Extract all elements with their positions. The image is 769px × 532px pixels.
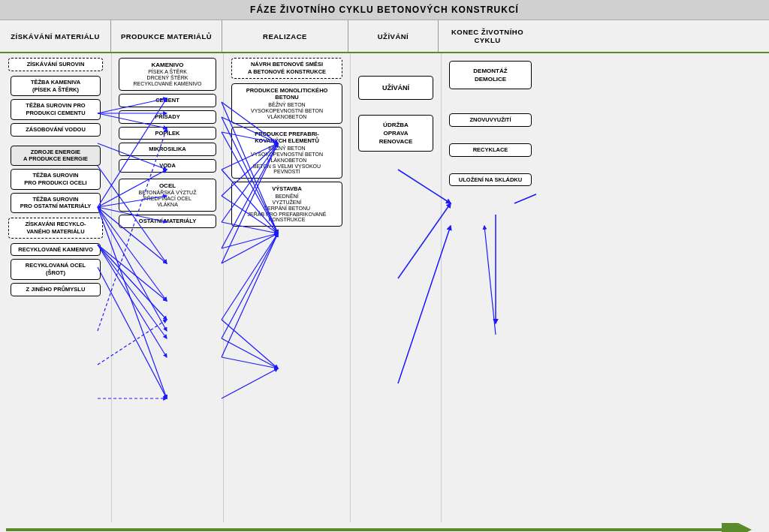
phase-4: UŽÍVÁNÍ <box>348 20 439 52</box>
zasobovani-vodou-box: ZÁSOBOVÁNÍ VODOU <box>11 123 101 137</box>
tezba-surovin-cement-box: TĚŽBA SUROVIN PROPRODUKCI CEMENTU <box>11 99 101 120</box>
produkce-mono-group: PRODUKCE MONOLITICKÉHOBETONU BĚŽNÝ BETON… <box>231 83 342 124</box>
col-uzivani: UŽÍVÁNÍ ÚDRŽBA OPRAVA RENOVACE <box>351 53 441 522</box>
mikrosilika-box: MIKROSILIKA <box>119 143 216 156</box>
ostatni-materialy-box: OSTATNÍ MATERIÁLY <box>119 215 216 228</box>
col-produkce: KAMENIVO PÍSEK A ŠTĚRK DRCENÝ ŠTĚRK RECY… <box>112 53 223 522</box>
udrzba-group: ÚDRŽBA OPRAVA RENOVACE <box>358 115 433 152</box>
ocel-label: OCEL <box>122 182 213 189</box>
phase-header: ZÍSKÁVÁNÍ MATERIÁLU PRODUKCE MATERIÁLŮ R… <box>0 20 769 53</box>
phase-2: PRODUKCE MATERIÁLŮ <box>111 20 222 52</box>
kamenivo-label: KAMENIVO <box>122 62 213 68</box>
phase-5: KONEC ŽIVOTNÍHO CYKLU <box>439 20 536 52</box>
phase-3: REALIZACE <box>222 20 348 52</box>
recyklovane-kamenivo-col1-box: RECYKLOVANÉ KAMENIVO <box>11 243 101 257</box>
col-realizace: NÁVRH BETONOVÉ SMĚSIA BETONOVÉ KONSTRUKC… <box>224 53 350 522</box>
ziskavani-surovin-label: ZÍSKÁVÁNÍ SUROVIN <box>8 58 103 71</box>
z-jineho-prumyslu-box: Z JINÉHO PRŮMYSLU <box>11 283 101 296</box>
col-konec: DEMONTÁŽ DEMOLICE ZNOVUVYUŽITÍ RECYKLACE… <box>442 53 539 522</box>
kamenivo-group: KAMENIVO PÍSEK A ŠTĚRK DRCENÝ ŠTĚRK RECY… <box>119 58 216 91</box>
demontaz-group: DEMONTÁŽ DEMOLICE <box>449 61 532 89</box>
recyklovana-ocel-box: RECYKLOVANÁ OCEL (ŠROT) <box>11 259 101 280</box>
lifecycle-arrow <box>6 523 757 532</box>
produkce-pre-group: PRODUKCE PREFABRI-KOVANÝCH ELEMENTŮ BĚŽN… <box>231 127 342 179</box>
ziskavani-recyklovaneho-label: ZÍSKAVÁNI RECYKLO-VANÉHO MATERIÁLU <box>8 218 103 239</box>
tezba-surovin-ocel-box: TĚŽBA SUROVINPRO PRODUKCI OCELI <box>11 169 101 190</box>
navrh-box: NÁVRH BETONOVÉ SMĚSIA BETONOVÉ KONSTRUKC… <box>231 58 342 79</box>
zdroje-energie-box: ZDROJE ENERGIEA PRODUKCE ENERGIE <box>11 146 101 167</box>
ulozeni-box: ULOŽENÍ NA SKLÁDKU <box>449 173 532 187</box>
tezba-kameniva-box: TĚŽBA KAMENIVA(PÍSEK A ŠTĚRK) <box>11 76 101 97</box>
tezba-surovin-ostatni-box: TĚŽBA SUROVINPRO OSTATNÍ MATERIÁLY <box>11 193 101 214</box>
popilek-box: POPÍLEK <box>119 127 216 140</box>
uzivani-box: UŽÍVÁNÍ <box>358 76 433 100</box>
ocel-group: OCEL BETONÁŘSKÁ VÝZTUŽ PŘEDPÍNACÍ OCEL V… <box>119 179 216 212</box>
voda-box: VODA <box>119 159 216 173</box>
recyklace-box: RECYKLACE <box>449 143 532 157</box>
phase-1: ZÍSKÁVÁNÍ MATERIÁLU <box>0 20 111 52</box>
title-bar: FÁZE ŽIVOTNÍHO CYKLU BETONOVÝCH KONSTRUK… <box>0 0 769 20</box>
footer: © ICF <box>0 522 769 532</box>
prisady-box: PŘÍSADY <box>119 110 216 124</box>
main-title: FÁZE ŽIVOTNÍHO CYKLU BETONOVÝCH KONSTRUK… <box>250 5 519 15</box>
main-container: FÁZE ŽIVOTNÍHO CYKLU BETONOVÝCH KONSTRUK… <box>0 0 769 532</box>
cement-box: CEMENT <box>119 94 216 107</box>
vystavba-group: VÝSTAVBA BEDNĚNÍ VYZTUŽENÍ ČERPÁNÍ BETON… <box>231 182 342 227</box>
znovuvyuziti-box: ZNOVUVYUŽITÍ <box>449 113 532 127</box>
col-ziskavani: ZÍSKÁVÁNÍ SUROVIN TĚŽBA KAMENIVA(PÍSEK A… <box>0 53 111 522</box>
content-area: ZÍSKÁVÁNÍ SUROVIN TĚŽBA KAMENIVA(PÍSEK A… <box>0 53 769 522</box>
